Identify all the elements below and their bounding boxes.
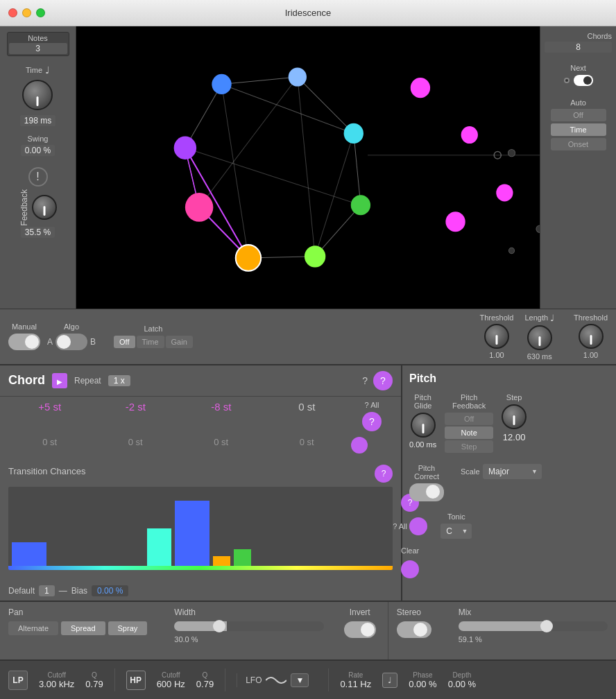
q-all-row: ? All bbox=[393, 517, 427, 535]
chord-question-btn[interactable]: ? bbox=[373, 371, 393, 390]
width-slider[interactable] bbox=[174, 621, 323, 631]
minimize-button[interactable] bbox=[22, 8, 31, 17]
divider-2 bbox=[225, 668, 225, 691]
note-6: 0 st bbox=[94, 437, 178, 454]
pan-btns: Alternate Spread Spray bbox=[8, 621, 157, 635]
pitch-row: PitchGlide 0.00 ms PitchFeedback Off Not… bbox=[409, 393, 609, 453]
feedback-off-btn[interactable]: Off bbox=[445, 413, 493, 425]
scale-select-wrapper: Major Minor Chromatic Pentatonic bbox=[483, 464, 542, 479]
swing-label: Swing bbox=[28, 135, 49, 143]
pan-label: Pan bbox=[8, 607, 157, 617]
lfo-section: LFO ▼ bbox=[237, 673, 317, 687]
time-knob[interactable] bbox=[22, 80, 53, 110]
invert-label: Invert bbox=[350, 607, 370, 617]
invert-toggle[interactable] bbox=[344, 621, 376, 638]
auto-off-btn[interactable]: Off bbox=[551, 109, 606, 121]
next-toggle[interactable] bbox=[574, 75, 593, 86]
pitch-glide-knob[interactable] bbox=[411, 413, 436, 438]
pitch-feedback-col: PitchFeedback Off Note Step bbox=[445, 393, 493, 453]
pitch-correct-toggle[interactable] bbox=[409, 483, 444, 501]
auto-onset-btn[interactable]: Onset bbox=[551, 138, 606, 150]
threshold-right-knob[interactable] bbox=[579, 324, 604, 349]
tonic-select[interactable]: CC#DD# EFF#G G#AA#B bbox=[440, 524, 472, 539]
feedback-knob[interactable] bbox=[32, 195, 57, 220]
width-value: 30.0 % bbox=[174, 635, 323, 644]
depth-value: 0.00 % bbox=[448, 679, 476, 689]
pan-spread-btn[interactable]: Spread bbox=[61, 621, 105, 635]
svg-line-2 bbox=[222, 84, 354, 133]
lp-cutoff-value: 3.00 kHz bbox=[39, 679, 74, 689]
svg-point-22 bbox=[174, 137, 196, 159]
hp-label: HP bbox=[130, 675, 142, 685]
chord-play-btn[interactable] bbox=[52, 373, 67, 388]
auto-label: Auto bbox=[570, 98, 586, 107]
mix-label: Mix bbox=[459, 607, 608, 617]
latch-off-btn[interactable]: Off bbox=[114, 336, 135, 348]
svg-point-28 bbox=[411, 78, 430, 98]
hp-q-param: Q 0.79 bbox=[196, 671, 214, 689]
title-bar: Iridescence bbox=[0, 0, 616, 26]
q-all-label: ? All bbox=[365, 401, 379, 409]
pan-spray-btn[interactable]: Spray bbox=[108, 621, 148, 635]
hp-badge: HP bbox=[126, 671, 146, 690]
note-1: +5 st bbox=[8, 401, 92, 413]
lfo-wave[interactable] bbox=[266, 675, 286, 686]
maximize-button[interactable] bbox=[36, 8, 45, 17]
stereo-toggle[interactable] bbox=[397, 621, 431, 638]
width-handle[interactable] bbox=[213, 620, 225, 632]
note-row2-btn[interactable] bbox=[351, 437, 368, 454]
note-3: -8 st bbox=[180, 401, 263, 413]
close-button[interactable] bbox=[8, 8, 17, 17]
feedback-note-btn[interactable]: Note bbox=[445, 426, 493, 439]
pitch-correct-section: PitchCorrect Scale Major Minor Chromatic bbox=[409, 464, 609, 539]
manual-toggle[interactable] bbox=[8, 334, 40, 350]
bar-3 bbox=[175, 501, 209, 570]
chords-label: Chords bbox=[545, 32, 612, 40]
mix-handle[interactable] bbox=[540, 620, 553, 632]
manual-label: Manual bbox=[12, 322, 37, 331]
chart-q-all-btn[interactable] bbox=[409, 517, 427, 535]
gradient-stripe bbox=[8, 566, 393, 570]
svg-line-14 bbox=[298, 77, 315, 257]
svg-point-20 bbox=[212, 74, 231, 94]
window-title: Iridescence bbox=[285, 8, 331, 18]
latch-time-btn[interactable]: Time bbox=[137, 336, 164, 348]
notes-box: Notes 3 bbox=[7, 32, 69, 56]
pitch-section: Pitch PitchGlide 0.00 ms PitchFeedback O… bbox=[402, 365, 616, 601]
note-5: 0 st bbox=[8, 437, 92, 454]
mix-area: Mix 59.1 % bbox=[450, 602, 616, 659]
lfo-dropdown[interactable]: ▼ bbox=[291, 673, 309, 687]
length-knob[interactable] bbox=[527, 325, 552, 350]
hp-q-value: 0.79 bbox=[196, 679, 214, 689]
svg-line-4 bbox=[199, 77, 298, 207]
pan-mix-section: Pan Alternate Spread Spray Width 30.0 % … bbox=[0, 601, 616, 659]
middle-section: Chord Repeat 1 x ? ? +5 st -2 st -8 st 0… bbox=[0, 364, 616, 601]
transition-q-btn[interactable]: ? bbox=[375, 465, 393, 483]
clear-btn[interactable] bbox=[401, 560, 419, 578]
svg-point-23 bbox=[344, 123, 363, 144]
step-value: 12.00 bbox=[503, 432, 526, 442]
latch-gain-btn[interactable]: Gain bbox=[166, 336, 193, 348]
algo-toggle[interactable] bbox=[55, 334, 87, 350]
rate-sync-btn[interactable]: ♩ bbox=[382, 673, 397, 688]
auto-time-btn[interactable]: Time bbox=[551, 123, 606, 136]
stereo-area: Stereo bbox=[388, 602, 450, 659]
mix-value: 59.1 % bbox=[459, 635, 608, 644]
feedback-step-btn[interactable]: Step bbox=[445, 440, 493, 453]
stereo-label: Stereo bbox=[397, 607, 442, 617]
mix-slider[interactable] bbox=[459, 621, 608, 631]
scale-select[interactable]: Major Minor Chromatic Pentatonic bbox=[483, 464, 542, 479]
pan-alternate-btn[interactable]: Alternate bbox=[8, 621, 58, 635]
repeat-value: 1 x bbox=[108, 375, 130, 386]
hp-cutoff-label: Cutoff bbox=[162, 671, 180, 679]
threshold-knob[interactable] bbox=[484, 324, 509, 349]
phase-param: Phase 0.00 % bbox=[409, 671, 436, 689]
next-label: Next bbox=[570, 64, 586, 72]
transition-title: Transition Chances bbox=[8, 466, 86, 476]
right-panel: Chords 8 Next Auto Off Time Onset bbox=[540, 26, 616, 309]
step-knob[interactable] bbox=[502, 404, 527, 429]
q-all-btn[interactable]: ? bbox=[362, 412, 382, 431]
threshold-value: 1.00 bbox=[489, 351, 504, 359]
controls-bar: Manual Algo A B Latch Off Time Gain Thre… bbox=[0, 309, 616, 364]
bias-dash: — bbox=[59, 586, 67, 596]
